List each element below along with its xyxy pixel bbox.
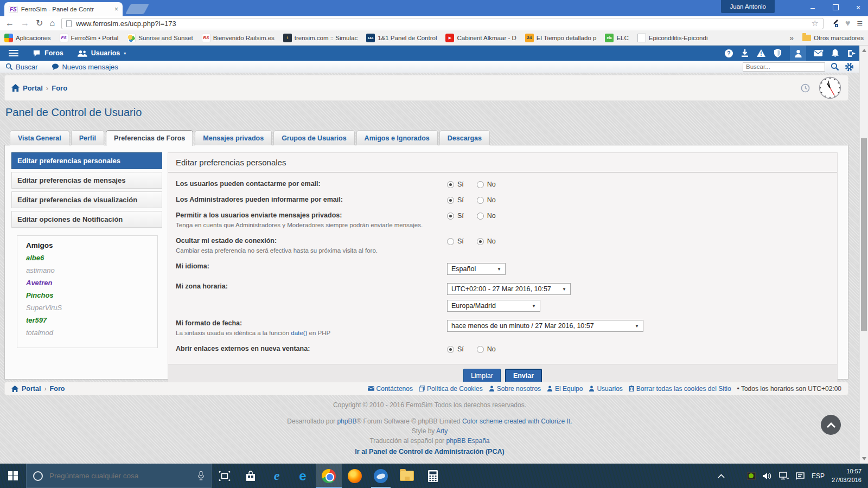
window-restore-button[interactable]: [833, 4, 839, 10]
home-button[interactable]: ⌂: [49, 19, 55, 28]
faq-icon[interactable]: ?: [720, 46, 737, 61]
breadcrumb-portal[interactable]: Portal: [23, 84, 43, 92]
sidebar-item-opciones-notificacion[interactable]: Editar opciones de Notificación: [11, 211, 162, 228]
friend-link[interactable]: ter597: [26, 316, 149, 324]
friend-link[interactable]: totalmod: [26, 329, 149, 337]
search-link[interactable]: Buscar: [5, 63, 37, 71]
nav-usuarios[interactable]: Usuarios ▾: [78, 49, 126, 57]
thunderbird-button[interactable]: [368, 464, 394, 488]
radio-icon[interactable]: [447, 213, 454, 220]
radio-icon[interactable]: [477, 346, 484, 353]
scrollbar-down-arrow[interactable]: [862, 457, 866, 460]
search-settings-gear-icon[interactable]: [845, 62, 854, 72]
scrollbar-thumb[interactable]: [861, 138, 867, 331]
forum-search-input[interactable]: [743, 62, 825, 72]
scroll-to-top-button[interactable]: [821, 415, 841, 435]
radio-icon[interactable]: [477, 213, 484, 220]
colorpicker-extension-icon[interactable]: [830, 19, 839, 28]
radio-allow-pm-no[interactable]: No: [477, 212, 496, 220]
tab-descargas[interactable]: Descargas: [439, 130, 490, 145]
antivirus-tray-icon[interactable]: [732, 472, 740, 480]
browser-tab[interactable]: FS FerroSim - Panel de Contr ×: [4, 2, 123, 16]
language-indicator[interactable]: ESP: [812, 472, 825, 480]
bookmark-trensim[interactable]: ttrensim.com :: Simulac: [283, 34, 358, 42]
task-view-button[interactable]: [212, 464, 238, 488]
bookmarks-overflow-icon[interactable]: »: [789, 34, 794, 42]
radio-icon[interactable]: [447, 346, 454, 353]
other-bookmarks-folder[interactable]: Otros marcadores: [802, 35, 864, 41]
volume-tray-icon[interactable]: [763, 472, 772, 480]
bookmark-railsim[interactable]: RSBienvenido Railsim.es: [202, 34, 275, 42]
language-select[interactable]: Español▼: [447, 263, 506, 275]
friend-link[interactable]: astimano: [26, 266, 149, 274]
radio-contact-email-no[interactable]: No: [477, 181, 496, 188]
bookmark-eltiempo[interactable]: 24El Tiempo detallado p: [525, 34, 597, 42]
clock-tray[interactable]: 10:57 27/03/2016: [832, 467, 861, 485]
sidebar-item-preferencias-visualizacion[interactable]: Editar preferencias de visualización: [11, 191, 162, 208]
radio-external-links-yes[interactable]: Sí: [447, 345, 464, 353]
radio-hide-online-yes[interactable]: Sí: [447, 237, 464, 245]
bookmark-ferrosim[interactable]: FSFerroSim • Portal: [60, 34, 119, 42]
radio-admin-email-yes[interactable]: Sí: [447, 196, 464, 204]
radio-hide-online-no[interactable]: No: [477, 237, 496, 245]
logout-icon[interactable]: [843, 46, 859, 61]
scrollbar-up-arrow[interactable]: [862, 49, 866, 52]
address-input[interactable]: [76, 20, 807, 28]
friend-link[interactable]: albe6: [26, 254, 149, 262]
footer-breadcrumb-portal[interactable]: Portal: [22, 385, 41, 393]
back-button[interactable]: ←: [5, 19, 14, 28]
radio-icon[interactable]: [477, 181, 484, 188]
chrome-profile-button[interactable]: Juan Antonio: [721, 0, 775, 13]
browser-menu-icon[interactable]: ≡: [857, 18, 863, 29]
private-messages-icon[interactable]: [810, 46, 827, 61]
friend-link[interactable]: Pinchos: [26, 291, 149, 299]
radio-icon[interactable]: [477, 238, 484, 245]
notifications-bell-icon[interactable]: [827, 46, 843, 61]
reset-button[interactable]: Limpiar: [463, 369, 501, 383]
tab-mensajes-privados[interactable]: Mensajes privados: [195, 130, 272, 145]
sidebar-item-preferencias-personales[interactable]: Editar preferencias personales: [11, 152, 162, 169]
store-button[interactable]: [238, 464, 264, 488]
window-minimize-button[interactable]: –: [808, 3, 817, 12]
address-bar[interactable]: ☆: [61, 18, 824, 29]
forum-menu-icon[interactable]: [9, 48, 18, 58]
phpbb-link[interactable]: phpBB: [337, 418, 356, 425]
nav-foros[interactable]: Foros: [33, 49, 63, 57]
breadcrumb-foro[interactable]: Foro: [52, 84, 67, 92]
phpbb-espana-link[interactable]: phpBB España: [446, 437, 489, 445]
browser-scrollbar[interactable]: [859, 46, 868, 464]
friend-link[interactable]: Avetren: [26, 279, 149, 287]
tab-amigos-ignorados[interactable]: Amigos e Ignorados: [356, 130, 438, 145]
new-messages-link[interactable]: Nuevos mensajes: [52, 63, 118, 71]
timezone-city-select[interactable]: Europa/Madrid▼: [447, 300, 540, 312]
microphone-icon[interactable]: [197, 471, 205, 480]
start-button[interactable]: [0, 464, 26, 488]
file-explorer-button[interactable]: [394, 464, 420, 488]
footer-link-contactenos[interactable]: Contáctenos: [368, 385, 413, 393]
cortana-search-box[interactable]: [26, 464, 212, 488]
internet-explorer-button[interactable]: e: [264, 464, 290, 488]
bookmark-1and1[interactable]: 1&11&1 Panel de Control: [366, 34, 437, 42]
bookmark-apps[interactable]: Aplicaciones: [4, 34, 51, 42]
dateformat-select[interactable]: hace menos de un minuto / 27 Mar 2016, 1…: [447, 320, 643, 332]
footer-link-cookies[interactable]: Política de Cookies: [419, 385, 483, 393]
edge-button[interactable]: e: [290, 464, 316, 488]
nvidia-tray-icon[interactable]: [747, 472, 756, 480]
bookmark-cabinerit[interactable]: ▶Cabinerit Alkmaar - D: [445, 34, 516, 42]
bookmark-star-icon[interactable]: ☆: [812, 18, 819, 28]
footer-link-el-equipo[interactable]: El Equipo: [547, 385, 583, 393]
date-function-link[interactable]: date(): [291, 330, 307, 336]
reload-button[interactable]: ↻: [36, 19, 43, 28]
tab-vista-general[interactable]: Vista General: [10, 130, 69, 145]
tab-grupos-usuarios[interactable]: Grupos de Usuarios: [273, 130, 354, 145]
radio-icon[interactable]: [447, 197, 454, 204]
arty-link[interactable]: Arty: [436, 427, 448, 435]
radio-icon[interactable]: [477, 197, 484, 204]
calculator-button[interactable]: [420, 464, 446, 488]
downloads-icon[interactable]: [737, 46, 753, 61]
tray-expand-chevron-icon[interactable]: [718, 474, 725, 478]
forward-button[interactable]: →: [21, 19, 29, 28]
bookmark-epicondilitis[interactable]: Epicondilitis-Epicondi: [637, 34, 708, 42]
heart-extension-icon[interactable]: ♥: [845, 18, 851, 28]
submit-button[interactable]: Enviar: [505, 369, 542, 383]
